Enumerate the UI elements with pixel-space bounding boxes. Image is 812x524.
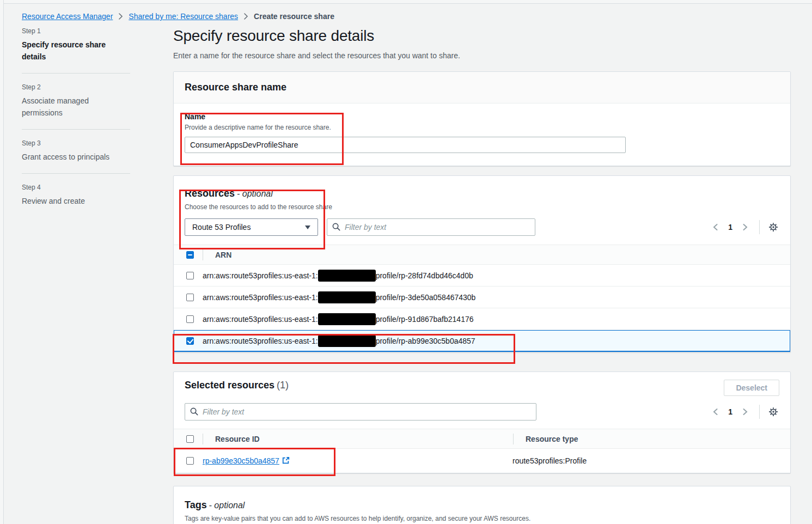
selected-resources-card: Selected resources (1) Deselect 1 (173, 371, 791, 473)
breadcrumb-chevron-icon (118, 13, 123, 20)
step-3-item: Step 3 Grant access to principals (22, 139, 130, 163)
redacted-account-id (318, 313, 376, 325)
search-icon (332, 223, 340, 233)
arn-value: arn:aws:route53profiles:us-east-1:profil… (203, 291, 475, 303)
arn-value: arn:aws:route53profiles:us-east-1:profil… (203, 313, 473, 325)
card-title: Tags (185, 499, 207, 510)
main-content: Specify resource share details Enter a n… (173, 0, 791, 60)
step-number: Step 1 (22, 27, 130, 35)
select-all-checkbox[interactable] (186, 251, 194, 259)
card-description: Tags are key-value pairs that you can ad… (185, 515, 779, 522)
step-number: Step 4 (22, 184, 130, 191)
external-link-icon (282, 456, 290, 466)
resource-id-link[interactable]: rp-ab99e30c5b0a4857 (203, 456, 290, 466)
column-divider (203, 249, 203, 260)
resource-type-column-header: Resource type (526, 435, 578, 443)
table-row-selected[interactable]: arn:aws:route53profiles:us-east-1:profil… (174, 330, 790, 352)
next-page-button[interactable] (739, 406, 752, 418)
resources-filter-input[interactable] (327, 218, 535, 236)
divider (759, 405, 760, 419)
previous-page-button[interactable] (709, 221, 722, 233)
search-icon (190, 407, 198, 417)
page-subtitle: Enter a name for the resource share and … (173, 51, 791, 60)
card-title: Resources (185, 188, 235, 199)
table-row[interactable]: arn:aws:route53profiles:us-east-1:profil… (174, 265, 790, 287)
card-title: Resource share name (185, 82, 286, 93)
next-page-button[interactable] (739, 221, 752, 233)
table-settings-gear-icon[interactable] (767, 406, 779, 418)
arn-table-header: ARN (174, 245, 790, 265)
resource-type-value: route53profiles:Profile (512, 456, 587, 465)
divider (22, 173, 130, 174)
table-settings-gear-icon[interactable] (767, 221, 779, 233)
name-field-description: Provide a descriptive name for the resou… (185, 124, 779, 131)
console-frame-top-edge (0, 0, 812, 4)
optional-label: - optional (237, 189, 273, 198)
page-title: Specify resource share details (173, 27, 791, 45)
page-number[interactable]: 1 (725, 407, 736, 416)
table-row[interactable]: rp-ab99e30c5b0a4857 route53profiles:Prof… (174, 449, 790, 473)
console-frame-left-edge (0, 0, 4, 524)
row-checkbox[interactable] (186, 457, 194, 465)
divider (22, 73, 130, 74)
selected-resources-filter-input[interactable] (185, 403, 536, 421)
step-number: Step 2 (22, 83, 130, 91)
arn-value: arn:aws:route53profiles:us-east-1:profil… (203, 335, 475, 347)
divider (759, 220, 760, 234)
row-checkbox-checked[interactable] (186, 337, 194, 345)
card-description: Choose the resources to add to the resou… (185, 203, 779, 211)
resource-type-dropdown[interactable]: Route 53 Profiles (185, 218, 318, 236)
card-header: Resource share name (174, 72, 790, 103)
table-row[interactable]: arn:aws:route53profiles:us-east-1:profil… (174, 287, 790, 308)
resource-share-name-card: Resource share name Name Provide a descr… (173, 71, 791, 166)
step-title: Grant access to principals (22, 151, 130, 163)
optional-label: - optional (209, 501, 245, 510)
row-checkbox[interactable] (186, 315, 194, 323)
wizard-steps-nav: Step 1 Specify resource share details St… (22, 27, 130, 207)
previous-page-button[interactable] (709, 406, 722, 418)
step-number: Step 3 (22, 139, 130, 147)
divider (22, 129, 130, 130)
selected-count: (1) (277, 380, 289, 391)
card-title: Selected resources (185, 380, 274, 391)
deselect-button[interactable]: Deselect (724, 380, 779, 396)
step-title: Associate managed permissions (22, 95, 130, 119)
step-2-item: Step 2 Associate managed permissions (22, 83, 130, 119)
table-row[interactable]: arn:aws:route53profiles:us-east-1:profil… (174, 308, 790, 330)
column-divider (513, 434, 514, 444)
arn-value: arn:aws:route53profiles:us-east-1:profil… (203, 270, 473, 282)
redacted-account-id (318, 335, 376, 347)
resources-card: Resources - optional Choose the resource… (173, 175, 791, 352)
resource-id-column-header: Resource ID (215, 435, 260, 443)
page-number[interactable]: 1 (725, 223, 736, 231)
row-checkbox[interactable] (186, 294, 194, 301)
resource-type-selected-value: Route 53 Profiles (192, 223, 251, 231)
step-1-item: Step 1 Specify resource share details (22, 27, 130, 63)
step-4-item: Step 4 Review and create (22, 184, 130, 207)
step-title: Specify resource share details (22, 39, 130, 63)
name-input[interactable] (185, 137, 626, 153)
select-all-checkbox[interactable] (186, 435, 194, 443)
chevron-down-icon (305, 226, 310, 229)
tags-card: Tags - optional Tags are key-value pairs… (173, 486, 791, 524)
name-field-label: Name (185, 112, 779, 121)
redacted-account-id (318, 270, 376, 282)
row-checkbox[interactable] (186, 272, 194, 279)
redacted-account-id (318, 291, 376, 303)
step-title: Review and create (22, 195, 130, 207)
arn-column-header: ARN (215, 251, 231, 259)
column-divider (203, 434, 203, 444)
breadcrumb-link-ram[interactable]: Resource Access Manager (22, 12, 113, 21)
selected-table-header: Resource ID Resource type (174, 429, 790, 449)
